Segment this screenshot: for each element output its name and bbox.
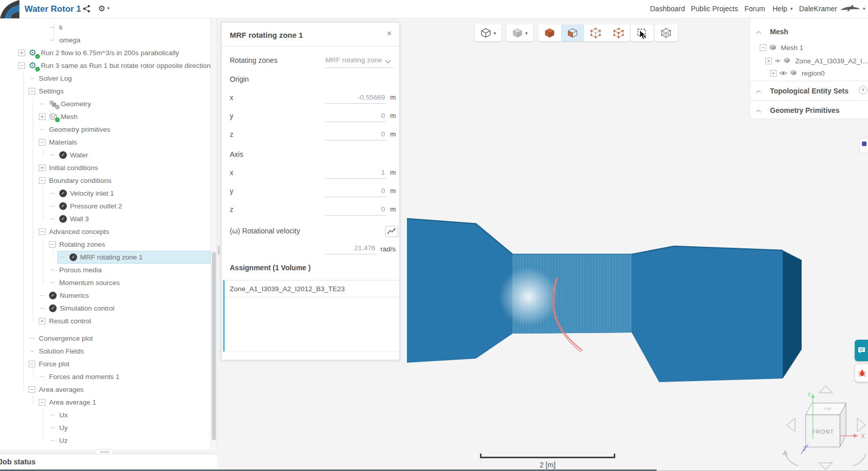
tree-item-initial-conditions[interactable]: +Initial conditions (0, 161, 210, 174)
chevron-down-icon[interactable]: ▾ (107, 6, 110, 11)
tree-item-solver-log[interactable]: Solver Log (0, 72, 210, 85)
nav-public-projects[interactable]: Public Projects (691, 5, 738, 13)
tree-expander[interactable]: + (18, 50, 25, 56)
origin-x-field[interactable]: -0.55669 (325, 93, 386, 104)
tree-item-water[interactable]: ✓Water (0, 149, 210, 161)
add-entity-set-button[interactable]: + (859, 86, 867, 95)
panel-resize-handle[interactable] (217, 244, 221, 257)
tree-expander[interactable]: − (39, 399, 45, 406)
tree-item-velocity-inlet-1[interactable]: ✓Velocity inlet 1 (0, 187, 210, 200)
tree-expander[interactable]: + (39, 318, 45, 324)
share-icon[interactable] (83, 5, 90, 13)
rotating-zones-select[interactable]: MRF rotating zone (325, 56, 382, 64)
tree-item-area-average-1[interactable]: −Area average 1 (0, 396, 210, 409)
rotate-up-arrow[interactable] (819, 386, 832, 393)
select-faces-button[interactable] (561, 25, 584, 41)
tree-expander[interactable]: − (29, 88, 35, 95)
rotate-left-arrow[interactable] (787, 418, 795, 432)
tree-item-force-plot[interactable]: −Force plot (0, 358, 210, 370)
tree-item-mrf-rotating-zone-1[interactable]: ✓MRF rotating zone 1 (0, 251, 210, 264)
chevron-up-icon[interactable] (756, 90, 761, 96)
chevron-up-icon[interactable] (756, 31, 761, 36)
tree-item-result-control[interactable]: +Result control (0, 315, 210, 327)
airplane-avatar[interactable] (840, 4, 860, 13)
nav-forum[interactable]: Forum (744, 5, 765, 13)
visibility-eye-icon[interactable] (775, 58, 781, 64)
mesh-zone-row[interactable]: + Zone_A1_I3039_A2_I... (751, 55, 868, 66)
tree-item-porous-media[interactable]: Porous media (0, 264, 210, 276)
tree-item-geometry-primitives[interactable]: Geometry primitives (0, 123, 210, 136)
chat-button[interactable] (855, 340, 868, 361)
tree-item-uz[interactable]: Uz (0, 434, 210, 447)
gear-icon[interactable]: ⚙ (98, 4, 105, 13)
view-options-button[interactable]: ▾ (475, 25, 501, 41)
roll-ccw-arrow[interactable] (785, 454, 799, 466)
tree-expander[interactable]: − (29, 361, 35, 367)
assignment-list-item[interactable]: Zone_A1_I3039_A2_I2012_B3_TE23 (225, 280, 399, 297)
tree-expander[interactable]: − (49, 241, 56, 248)
tree-item-uy[interactable]: Uy (0, 421, 210, 434)
tree-item-convergence-plot[interactable]: Convergence plot (0, 332, 210, 345)
user-menu[interactable]: DaleKramer (799, 5, 837, 13)
tree-expander[interactable]: − (760, 44, 766, 51)
select-edges-button[interactable] (584, 25, 607, 41)
tree-item-ux[interactable]: Ux (0, 409, 210, 421)
tree-item-k[interactable]: k (0, 21, 210, 34)
roll-cw-arrow[interactable] (853, 454, 866, 466)
velocity-table-input-button[interactable] (385, 226, 398, 237)
job-status-bar[interactable]: Job status (0, 454, 217, 470)
orientation-cube-widget[interactable]: TOP FRONT Y X Z (781, 378, 868, 471)
tree-item-momentum-sources[interactable]: Momentum sources (0, 276, 210, 289)
tree-expander[interactable]: + (765, 58, 772, 64)
nav-help[interactable]: Help (773, 5, 787, 13)
tree-item-numerics[interactable]: ✓Numerics (0, 289, 210, 302)
tree-item-mesh[interactable]: +✓Mesh (0, 110, 210, 123)
chevron-up-icon[interactable] (756, 110, 761, 115)
topological-sets-header[interactable]: Topological Entity Sets (751, 85, 868, 98)
tree-expander[interactable]: − (39, 228, 45, 235)
tree-item-advanced-concepts[interactable]: −Advanced concepts (0, 225, 210, 238)
tree-item-geometry[interactable]: ✓Geometry (0, 98, 210, 110)
tree-expander[interactable]: − (18, 62, 25, 69)
select-volumes-button[interactable] (538, 25, 561, 41)
chevron-down-icon[interactable] (385, 57, 391, 63)
tree-item-forces-and-moments-1[interactable]: Forces and moments 1 (0, 370, 210, 383)
app-logo[interactable] (0, 0, 19, 18)
nav-dashboard[interactable]: Dashboard (650, 5, 685, 13)
tree-expander[interactable]: − (29, 386, 35, 393)
visibility-eye-icon[interactable] (779, 70, 787, 76)
axis-x-field[interactable]: 1 (325, 169, 386, 179)
tree-item-area-averages[interactable]: −Area averages (0, 383, 210, 396)
render-mode-button[interactable]: ▾ (507, 25, 533, 41)
tree-item-materials[interactable]: −Materials (0, 136, 210, 149)
chevron-down-icon[interactable]: ▾ (863, 6, 865, 11)
tree-item-settings[interactable]: −Settings (0, 85, 210, 98)
tree-expander[interactable]: + (39, 164, 45, 171)
tree-scrollbar[interactable] (210, 18, 217, 450)
tree-expander[interactable]: + (39, 113, 45, 120)
geometry-primitives-header[interactable]: Geometry Primitives (751, 104, 868, 117)
rotate-right-arrow[interactable] (857, 418, 865, 432)
tree-item-run-3-same-as-run-1-but-rotate-rotor-opposite-direction[interactable]: −⚙✓Run 3 same as Run 1 but rotate rotor … (0, 59, 210, 72)
tree-item-solution-fields[interactable]: Solution Fields (0, 345, 210, 358)
tree-item-pressure-outlet-2[interactable]: ✓Pressure outlet 2 (0, 200, 210, 213)
axis-y-field[interactable]: 0 (325, 187, 386, 197)
tree-item-wall-3[interactable]: ✓Wall 3 (0, 213, 210, 225)
tree-expander[interactable]: − (39, 177, 45, 184)
bug-report-button[interactable] (855, 364, 868, 382)
origin-z-field[interactable]: 0 (325, 130, 386, 140)
rotate-down-arrow[interactable] (819, 463, 832, 469)
rotational-velocity-field[interactable]: 21.476 (325, 244, 376, 254)
tree-expander[interactable]: − (39, 139, 45, 146)
tree-item-omega[interactable]: omega (0, 34, 210, 46)
axis-z-field[interactable]: 0 (325, 205, 386, 216)
tree-item-run-2-flow-to-6-75m-3-s-in-200s-parabolically[interactable]: +⚙✓Run 2 flow to 6.75m^3/s in 200s parab… (0, 46, 210, 59)
mesh-display-button[interactable] (655, 25, 678, 41)
clipped-side-widget[interactable] (859, 138, 868, 153)
mesh-region-row[interactable]: + region0 (751, 67, 868, 79)
select-vertices-button[interactable] (607, 25, 630, 41)
close-icon[interactable]: ✕ (387, 30, 392, 37)
scrollbar-thumb[interactable] (212, 252, 216, 440)
panel-drag-handle[interactable] (95, 449, 114, 454)
tree-item-rotating-zones[interactable]: −Rotating zones (0, 238, 210, 251)
